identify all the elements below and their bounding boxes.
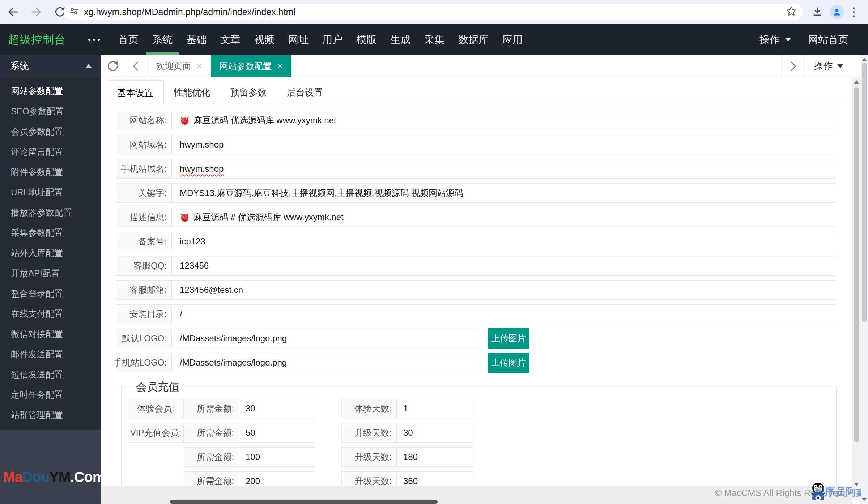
scroll-up-icon[interactable] (862, 58, 867, 61)
sidebar-item-sitegroup-config[interactable]: 站群管理配置 (0, 405, 101, 425)
sidebar-item-integrated-login[interactable]: 整合登录配置 (0, 283, 101, 304)
chevron-up-icon (85, 64, 92, 68)
horizontal-scrollbar[interactable] (101, 500, 852, 504)
sidebar-item-seo-params[interactable]: SEO参数配置 (0, 101, 101, 121)
sidebar-item-email-config[interactable]: 邮件发送配置 (0, 344, 101, 364)
nav-item-generate[interactable]: 生成 (390, 24, 411, 55)
tabs-refresh-icon[interactable] (101, 55, 124, 77)
default-logo-input[interactable]: /MDassets/images/logo.png (172, 329, 478, 348)
amount-input[interactable]: 200 (239, 472, 315, 486)
site-name-input[interactable]: 麻豆源码 优选源码库 www.yxymk.net (172, 111, 836, 130)
days-label: 升级天数: (342, 472, 397, 486)
scroll-down-icon[interactable] (854, 483, 859, 486)
install-dir-input[interactable]: / (172, 305, 836, 324)
nav-item-collect[interactable]: 采集 (424, 24, 445, 55)
upload-image-button[interactable]: 上传图片 (488, 353, 529, 373)
nav-item-basic[interactable]: 基础 (186, 24, 207, 55)
tab-basic-settings[interactable]: 基本设置 (107, 80, 164, 104)
browser-forward-icon[interactable] (28, 4, 44, 20)
close-icon[interactable]: × (197, 61, 202, 71)
tab-action-dropdown[interactable]: 操作 (804, 55, 852, 77)
site-domain-input[interactable]: hwym.shop (172, 135, 836, 154)
tab-performance[interactable]: 性能优化 (164, 80, 220, 104)
nav-item-article[interactable]: 文章 (220, 24, 241, 55)
bookmark-star-icon[interactable] (786, 5, 797, 18)
site-settings-icon[interactable] (69, 6, 80, 18)
tabs-prev-icon[interactable] (124, 55, 148, 77)
browser-profile-avatar[interactable] (830, 5, 844, 19)
sidebar-item-cron-config[interactable]: 定时任务配置 (0, 385, 101, 405)
address-bar[interactable]: xg.hwym.shop/MDadmin.php/admin/index/ind… (64, 4, 803, 20)
nav-item-app[interactable]: 应用 (502, 24, 523, 55)
sidebar-item-external-storage[interactable]: 站外入库配置 (0, 243, 101, 263)
nav-item-system[interactable]: 系统 (152, 24, 173, 55)
top-nav: 超级控制台 首页 系统 基础 文章 视频 网址 用户 模版 生成 采集 数据库 … (0, 24, 868, 55)
sidebar-item-url-config[interactable]: URL地址配置 (0, 182, 101, 202)
browser-chrome: xg.hwym.shop/MDadmin.php/admin/index/ind… (0, 0, 868, 24)
amount-input[interactable]: 30 (239, 399, 315, 418)
site-home-link[interactable]: 网站首页 (808, 33, 848, 47)
nav-action-dropdown[interactable]: 操作 (760, 33, 791, 47)
tab-reserved-params[interactable]: 预留参数 (220, 80, 277, 104)
days-input[interactable]: 360 (397, 472, 473, 486)
sidebar-item-wechat-config[interactable]: 微信对接配置 (0, 324, 101, 344)
upload-image-button[interactable]: 上传图片 (488, 328, 529, 349)
url-text[interactable]: xg.hwym.shop/MDadmin.php/admin/index/ind… (84, 7, 786, 17)
mobile-logo-input[interactable]: /MDassets/images/logo.png (172, 353, 478, 372)
nav-item-database[interactable]: 数据库 (458, 24, 489, 55)
outer-vertical-scrollbar[interactable] (861, 55, 868, 504)
horizontal-scrollbar-thumb[interactable] (170, 500, 438, 504)
more-menu-icon[interactable] (88, 39, 100, 41)
nav-item-video[interactable]: 视频 (254, 24, 275, 55)
inner-vertical-scrollbar[interactable] (852, 77, 861, 489)
sidebar-group-system[interactable]: 系统 (0, 55, 101, 77)
days-group: 升级天数: 30 (341, 423, 473, 443)
page-tab-site-params[interactable]: 网站参数配置 × (211, 55, 292, 77)
sidebar-item-comment-config[interactable]: 评论留言配置 (0, 142, 101, 162)
days-input[interactable]: 1 (397, 399, 473, 418)
amount-group: 所需金额: 100 (184, 447, 315, 467)
nav-item-home[interactable]: 首页 (118, 24, 139, 55)
days-input[interactable]: 30 (397, 423, 473, 442)
page-tab-welcome[interactable]: 欢迎页面 × (148, 55, 211, 77)
mobile-domain-input[interactable]: hwym.shop (172, 159, 836, 178)
amount-input[interactable]: 100 (239, 448, 315, 466)
days-input[interactable]: 180 (397, 448, 473, 466)
member-row: 体验会员: 所需金额: 30 体验天数: 1 (128, 399, 836, 418)
scroll-up-icon[interactable] (854, 80, 859, 84)
watermark-part-dou: Dou (22, 469, 50, 485)
inner-scrollbar-thumb[interactable] (854, 87, 859, 442)
download-icon[interactable] (809, 4, 825, 20)
sidebar-item-open-api[interactable]: 开放API配置 (0, 263, 101, 283)
sidebar-item-collect-params[interactable]: 采集参数配置 (0, 223, 101, 243)
sidebar-item-member-params[interactable]: 会员参数配置 (0, 121, 101, 142)
browser-back-icon[interactable] (5, 4, 21, 20)
amount-label: 所需金额: (184, 472, 239, 486)
amount-label: 所需金额: (184, 448, 239, 466)
sidebar-item-online-payment[interactable]: 在线支付配置 (0, 304, 101, 324)
form-row: 安装目录: / (116, 304, 836, 324)
sidebar-item-site-params[interactable]: 网站参数配置 (0, 81, 101, 101)
sidebar-item-player-params[interactable]: 播放器参数配置 (0, 202, 101, 223)
main-area: 欢迎页面 × 网站参数配置 × 操作 基本设置 性能优化 预留参数 后台设置 网… (101, 55, 868, 504)
sidebar-item-attachment-params[interactable]: 附件参数配置 (0, 162, 101, 182)
amount-input[interactable]: 50 (239, 423, 315, 442)
nav-item-website[interactable]: 网址 (288, 24, 309, 55)
nav-item-user[interactable]: 用户 (322, 24, 343, 55)
description-input[interactable]: 麻豆源码 # 优选源码库 www.yxymk.net (172, 208, 836, 227)
tab-backend-settings[interactable]: 后台设置 (277, 80, 333, 104)
sidebar-item-sms-config[interactable]: 短信发送配置 (0, 364, 101, 385)
service-qq-input[interactable]: 123456 (172, 256, 836, 275)
form-row: 网站名称: 麻豆源码 优选源码库 www.yxymk.net (116, 111, 836, 130)
icp-input[interactable]: icp123 (172, 232, 836, 251)
outer-scrollbar-thumb[interactable] (862, 63, 867, 322)
tabs-next-icon[interactable] (781, 55, 804, 77)
close-icon[interactable]: × (277, 61, 282, 71)
mobile-logo-value: /MDassets/images/logo.png (180, 358, 287, 368)
nav-item-template[interactable]: 模版 (356, 24, 377, 55)
keywords-input[interactable]: MDYS13,麻豆源码,麻豆科技,主播视频网,主播视频,视频源码,视频网站源码 (172, 184, 836, 202)
service-email-input[interactable]: 123456@test.cn (172, 281, 836, 299)
browser-menu-icon[interactable] (846, 4, 861, 20)
scroll-down-icon[interactable] (862, 498, 867, 501)
console-brand: 超级控制台 (8, 32, 66, 47)
